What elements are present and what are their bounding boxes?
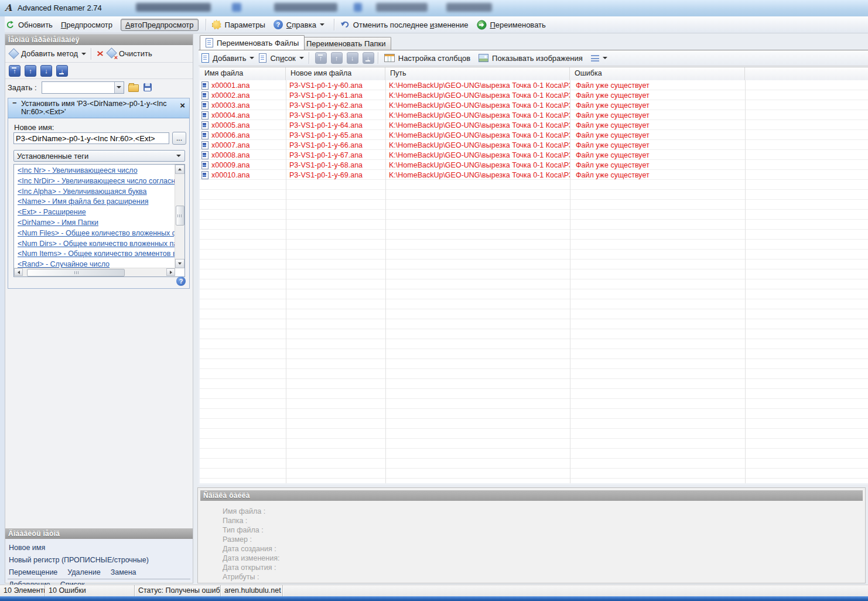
undo-label: Отменить последнее изменение	[353, 21, 469, 29]
view-options-button[interactable]	[591, 55, 607, 62]
tags-dropdown[interactable]: Установленные теги	[13, 150, 185, 162]
new-file-name: P3-VS1-p0-1-y-64.ana	[286, 121, 385, 129]
error-text: Файл уже существует	[570, 101, 745, 110]
column-header[interactable]: Имя файла	[200, 67, 286, 80]
file-icon	[201, 111, 209, 119]
browse-button[interactable]: ...	[172, 132, 186, 145]
add-method-button[interactable]: Добавить метод	[10, 49, 86, 58]
toolbar-separator	[334, 19, 334, 30]
table-row[interactable]: x00007.ana P3-VS1-p0-1-y-66.ana K:\HomeB…	[200, 140, 868, 150]
table-row[interactable]: x00009.ana P3-VS1-p0-1-y-68.ana K:\HomeB…	[200, 160, 868, 170]
arrow-down-icon: ↓	[45, 67, 48, 74]
preset-combobox[interactable]	[42, 81, 124, 94]
save-preset-icon[interactable]	[143, 83, 152, 91]
move-file-bottom-button[interactable]: ↓	[363, 52, 374, 64]
tags-links: <Inc Nr> - Увеличивающееся число<Inc NrD…	[14, 165, 175, 268]
tag-link[interactable]: <Inc NrDir> - Увеличивающееся число согл…	[18, 176, 175, 187]
method-help-icon[interactable]: ?	[176, 276, 186, 286]
show-images-button[interactable]: Показывать изображения	[479, 54, 583, 63]
summary-field-label: Дата изменения:	[223, 554, 279, 563]
tag-link[interactable]: <Rand> - Случайное число	[18, 259, 175, 268]
method-order-buttons: ↑ ↑ ↓ ↓	[5, 63, 193, 79]
arrow-down-icon: ↓	[351, 54, 354, 62]
new-file-name: P3-VS1-p0-1-y-69.ana	[286, 171, 385, 179]
add-method-link[interactable]: Новое имя	[9, 544, 45, 552]
table-row[interactable]: x00005.ana P3-VS1-p0-1-y-64.ana K:\HomeB…	[200, 120, 868, 130]
column-settings-button[interactable]: Настройка столбцов	[384, 54, 470, 63]
tag-link[interactable]: <Inc Nr> - Увеличивающееся число	[18, 166, 175, 176]
error-text: Файл уже существует	[570, 91, 745, 100]
column-header[interactable]: Ошибка	[570, 67, 745, 80]
add-method-link[interactable]: Замена	[111, 568, 136, 576]
new-file-name: P3-VS1-p0-1-y-60.ana	[286, 81, 385, 90]
add-method-link[interactable]: Удаление	[67, 568, 100, 576]
tags-listbox: <Inc Nr> - Увеличивающееся число<Inc NrD…	[13, 164, 185, 277]
collapse-icon[interactable]: −	[12, 99, 16, 107]
combo-dropdown-button[interactable]	[114, 82, 124, 93]
tag-link[interactable]: <Num Dirs> - Общее количество вложенных …	[18, 239, 175, 250]
move-bottom-button[interactable]: ↓	[56, 65, 68, 77]
preview-button[interactable]: Предпросмотр	[61, 21, 112, 29]
table-row[interactable]: x00001.ana P3-VS1-p0-1-y-60.ana K:\HomeB…	[200, 80, 868, 90]
vertical-scrollbar[interactable]	[175, 165, 184, 268]
table-row[interactable]: x00008.ana P3-VS1-p0-1-y-67.ana K:\HomeB…	[200, 150, 868, 160]
go-icon	[477, 20, 487, 30]
add-method-link[interactable]: Перемещение	[9, 568, 57, 576]
column-header[interactable]: Новое имя файла	[286, 67, 385, 80]
files-tab-page: Добавить Список ↑ ↑ ↓ ↓ Настройка столбц…	[199, 50, 868, 485]
column-header[interactable]: Путь	[385, 67, 570, 80]
tag-link[interactable]: <Ext> - Расширение	[18, 207, 175, 218]
open-preset-icon[interactable]	[128, 84, 139, 92]
tags-dropdown-label: Установленные теги	[17, 152, 88, 161]
summary-fields: Имя файла :Папка :Тип файла :Размер :Дат…	[223, 507, 279, 582]
move-down-button[interactable]: ↓	[40, 65, 52, 77]
background-blur	[136, 3, 211, 12]
scroll-down-button[interactable]	[175, 259, 184, 268]
scroll-up-button[interactable]	[175, 165, 184, 174]
method-header[interactable]: − Установить имя 'P3-<DirName>-p0-1-y-<I…	[8, 98, 189, 118]
scrollbar-thumb[interactable]	[176, 206, 184, 226]
tag-link[interactable]: <Num Items> - Общее количество элементов…	[18, 249, 175, 259]
move-top-button[interactable]: ↑	[9, 65, 20, 77]
scroll-right-button[interactable]	[166, 268, 175, 276]
undo-button[interactable]: Отменить последнее изменение	[340, 21, 469, 29]
table-row[interactable]: x00003.ana P3-VS1-p0-1-y-62.ana K:\HomeB…	[200, 100, 868, 110]
preset-label: Задать :	[8, 83, 37, 92]
table-row[interactable]: x00006.ana P3-VS1-p0-1-y-65.ana K:\HomeB…	[200, 130, 868, 140]
move-up-button[interactable]: ↑	[25, 65, 36, 77]
autopreview-toggle[interactable]: АвтоПредпросмотр	[121, 19, 199, 31]
table-row[interactable]: x00010.ana P3-VS1-p0-1-y-69.ana K:\HomeB…	[200, 170, 868, 180]
move-file-down-button[interactable]: ↓	[347, 52, 358, 64]
move-file-top-button[interactable]: ↑	[315, 52, 327, 64]
horizontal-scrollbar[interactable]	[14, 268, 175, 276]
remove-method-button[interactable]: ×	[97, 50, 103, 58]
rename-button[interactable]: Переименовать	[477, 20, 546, 30]
tag-link[interactable]: <DirName> - Имя Папки	[18, 218, 175, 228]
tag-link[interactable]: <Inc Alpha> - Увеличивающаяся буква	[18, 187, 175, 197]
new-name-input[interactable]	[13, 132, 169, 144]
table-row[interactable]: x00002.ana P3-VS1-p0-1-y-61.ana K:\HomeB…	[200, 90, 868, 100]
scroll-left-button[interactable]	[14, 268, 23, 276]
error-text: Файл уже существует	[570, 81, 745, 90]
scrollbar-thumb[interactable]	[27, 269, 125, 276]
new-file-name: P3-VS1-p0-1-y-66.ana	[286, 141, 385, 149]
status-bar: 10 Элементы 10 Ошибки Статус: Получены о…	[0, 585, 868, 597]
list-button[interactable]: Список	[259, 53, 303, 63]
add-method-link[interactable]: Новый регистр (ПРОПИСНЫЕ/строчные)	[9, 556, 149, 564]
error-text: Файл уже существует	[570, 121, 745, 129]
settings-button[interactable]: Параметры	[212, 20, 265, 29]
tab-rename-files[interactable]: Переименовать Файлы	[200, 35, 305, 50]
tag-link[interactable]: <Name> - Имя файла без расширения	[18, 197, 175, 207]
window-left-edge	[0, 16, 5, 596]
close-icon[interactable]: ×	[180, 100, 185, 110]
tag-link[interactable]: <Num Files> - Общее количество вложенных…	[18, 228, 175, 239]
refresh-button[interactable]: Обновить	[6, 21, 53, 29]
status-url: aren.hulubulu.net	[221, 585, 283, 597]
clear-methods-button[interactable]: × Очистить	[108, 49, 152, 59]
add-files-button[interactable]: Добавить	[201, 53, 254, 63]
table-row[interactable]: x00004.ana P3-VS1-p0-1-y-63.ana K:\HomeB…	[200, 110, 868, 120]
move-file-up-button[interactable]: ↑	[331, 52, 343, 64]
summary-field-label: Тип файла :	[223, 525, 279, 535]
help-button[interactable]: ? Справка	[274, 20, 324, 29]
chevron-down-icon	[81, 53, 86, 55]
